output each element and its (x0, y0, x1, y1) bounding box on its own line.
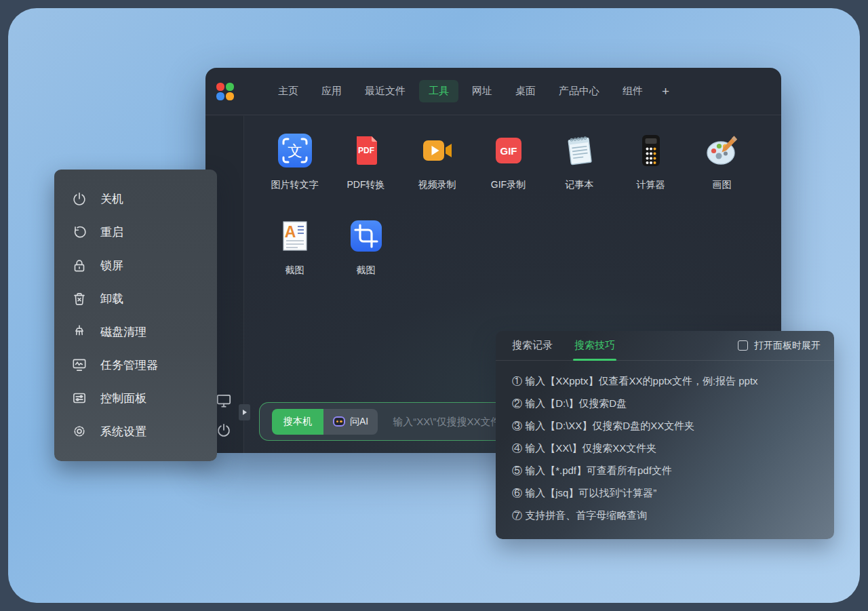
lock-icon (71, 257, 88, 275)
tool-label: 记事本 (566, 179, 594, 191)
menu-label: 任务管理器 (100, 357, 158, 373)
restart-icon (71, 224, 88, 241)
menu-item-control-panel[interactable]: 控制面板 (54, 389, 217, 407)
power-context-menu: 关机 重启 锁屏 卸载 磁盘清理 任 (54, 170, 217, 461)
expand-on-open-option[interactable]: 打开面板时展开 (738, 340, 821, 352)
checkbox-icon[interactable] (738, 340, 748, 351)
tool-label: GIF录制 (491, 179, 526, 191)
tab-search-history[interactable]: 搜索记录 (512, 331, 553, 361)
tool-item-screenshot-crop[interactable]: 截图 (330, 218, 401, 277)
control-panel-icon (71, 389, 88, 407)
settings-icon (71, 422, 88, 440)
task-manager-icon (71, 356, 88, 374)
window-header: 主页 应用 最近文件 工具 网址 桌面 产品中心 组件 + (205, 68, 781, 115)
uninstall-icon (71, 290, 88, 308)
ask-ai-label: 问AI (350, 416, 368, 428)
menu-label: 卸载 (100, 291, 123, 307)
robot-icon (333, 416, 345, 427)
menu-label: 控制面板 (100, 391, 146, 406)
tab-home[interactable]: 主页 (269, 80, 308, 102)
tip-row: ⑤ 输入【*.pdf】可查看所有pdf文件 (512, 459, 818, 481)
svg-text:文: 文 (288, 142, 302, 159)
search-local-button[interactable]: 搜本机 (272, 409, 323, 435)
disk-clean-icon (71, 323, 88, 340)
paint-icon (705, 133, 740, 168)
tool-label: 计算器 (637, 179, 665, 191)
tool-label: 图片转文字 (271, 179, 319, 191)
tab-desktop[interactable]: 桌面 (506, 80, 545, 102)
app-logo-icon[interactable] (216, 83, 234, 100)
menu-item-lock-screen[interactable]: 锁屏 (54, 257, 217, 275)
tab-search-tips[interactable]: 搜索技巧 (574, 331, 615, 361)
add-tab-button[interactable]: + (656, 81, 675, 102)
tab-bar: 主页 应用 最近文件 工具 网址 桌面 产品中心 组件 + (267, 80, 677, 102)
menu-label: 关机 (100, 191, 123, 207)
svg-text:PDF: PDF (358, 146, 374, 155)
tool-item-ocr[interactable]: 文 图片转文字 (259, 133, 330, 191)
tip-row: ③ 输入【D:\XX】仅搜索D盘的XX文件夹 (512, 414, 818, 437)
tab-recent-files[interactable]: 最近文件 (355, 80, 415, 102)
tip-row: ① 输入【XXpptx】仅查看XX的pptx文件，例:报告 pptx (512, 370, 818, 392)
menu-label: 锁屏 (100, 258, 123, 273)
gif-record-icon: GIF (491, 133, 526, 168)
power-icon[interactable] (215, 422, 233, 439)
menu-label: 系统设置 (100, 424, 146, 439)
tool-item-screenshot-doc[interactable]: A 截图 (259, 218, 330, 277)
menu-item-system-settings[interactable]: 系统设置 (54, 422, 217, 440)
menu-item-task-manager[interactable]: 任务管理器 (54, 356, 217, 374)
tool-item-gif-record[interactable]: GIF GIF录制 (473, 133, 544, 191)
tools-grid: 文 图片转文字 PDF PDF转换 视频录制 GIF (259, 133, 768, 304)
expand-on-open-label: 打开面板时展开 (754, 340, 821, 352)
video-record-icon (420, 133, 455, 168)
ask-ai-button[interactable]: 问AI (323, 409, 378, 435)
calculator-icon (633, 133, 669, 168)
tool-label: 截图 (285, 264, 304, 277)
ocr-icon: 文 (277, 133, 313, 168)
expand-arrow-button[interactable] (239, 404, 250, 420)
tab-product-center[interactable]: 产品中心 (549, 80, 609, 102)
tip-row: ② 输入【D:\】仅搜索D盘 (512, 392, 818, 414)
search-tips-panel: 搜索记录 搜索技巧 打开面板时展开 ① 输入【XXpptx】仅查看XX的pptx… (496, 331, 834, 539)
tip-row: ④ 输入【XX\】仅搜索XX文件夹 (512, 437, 818, 459)
svg-text:GIF: GIF (500, 145, 517, 157)
tab-widgets[interactable]: 组件 (613, 80, 652, 102)
power-icon (71, 191, 88, 208)
tool-item-screen-record[interactable]: 视频录制 (401, 133, 473, 191)
tips-header: 搜索记录 搜索技巧 打开面板时展开 (496, 331, 834, 361)
tool-item-calculator[interactable]: 计算器 (615, 133, 686, 191)
tab-urls[interactable]: 网址 (462, 80, 502, 102)
tool-label: 截图 (357, 264, 376, 277)
svg-text:A: A (284, 223, 296, 241)
pdf-icon: PDF (349, 133, 384, 168)
tips-list: ① 输入【XXpptx】仅查看XX的pptx文件，例:报告 pptx ② 输入【… (496, 361, 834, 526)
menu-label: 磁盘清理 (100, 324, 146, 340)
display-icon[interactable] (215, 392, 233, 410)
tip-row: ⑥ 输入【jsq】可以找到“计算器” (512, 481, 818, 504)
notepad-icon (562, 133, 597, 168)
wordpad-icon: A (277, 218, 313, 254)
crop-icon (349, 218, 384, 254)
menu-label: 重启 (100, 224, 123, 240)
menu-item-disk-clean[interactable]: 磁盘清理 (54, 323, 217, 340)
tool-label: 视频录制 (418, 179, 456, 191)
tool-item-notepad[interactable]: 记事本 (544, 133, 615, 191)
tool-item-paint[interactable]: 画图 (686, 133, 757, 191)
tool-label: 画图 (713, 179, 732, 191)
tip-row: ⑦ 支持拼音、首字母缩略查询 (512, 504, 818, 526)
tab-tools[interactable]: 工具 (419, 80, 458, 102)
search-mode-switch: 搜本机 问AI (272, 409, 378, 435)
menu-item-restart[interactable]: 重启 (54, 224, 217, 241)
tool-item-pdf-convert[interactable]: PDF PDF转换 (330, 133, 401, 191)
tab-apps[interactable]: 应用 (312, 80, 351, 102)
menu-item-shutdown[interactable]: 关机 (54, 191, 217, 208)
tool-label: PDF转换 (347, 179, 385, 191)
menu-item-uninstall[interactable]: 卸载 (54, 290, 217, 308)
